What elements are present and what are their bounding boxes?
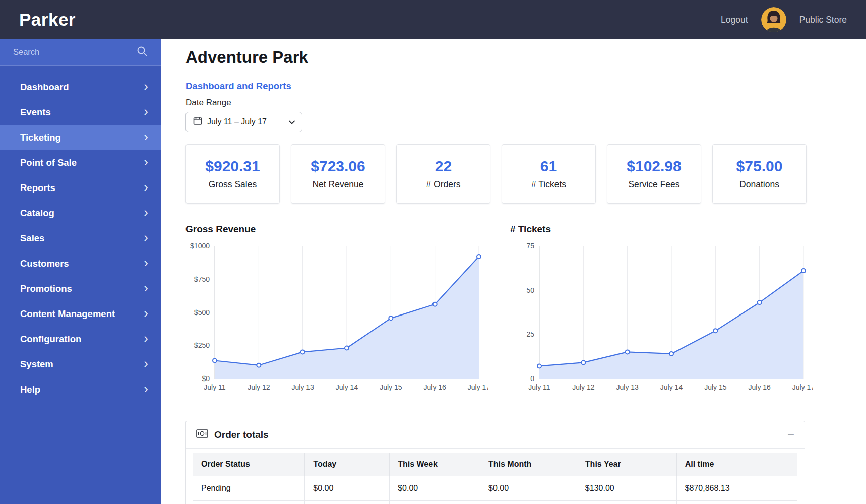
collapse-button[interactable]: − [787, 429, 794, 441]
gross-revenue-chart-block: Gross Revenue July 11July 12July 13July … [185, 224, 488, 401]
main-content: Adventure Park Dashboard and Reports Dat… [161, 39, 866, 504]
stat-value: $920.31 [205, 158, 260, 175]
chevron-right-icon: › [144, 281, 148, 294]
svg-text:25: 25 [526, 330, 534, 338]
col-order-status: Order Status [193, 453, 305, 476]
sidebar-item-label: Configuration [20, 334, 81, 345]
table-row-partial [193, 501, 797, 504]
table-row-pending: Pending $0.00 $0.00 $0.00 $130.00 $870,8… [193, 476, 797, 501]
search-input[interactable] [13, 47, 136, 57]
chart-title: # Tickets [510, 224, 813, 235]
svg-text:July 15: July 15 [704, 383, 727, 391]
stat-value: 61 [540, 158, 557, 175]
chevron-right-icon: › [144, 306, 148, 320]
public-store-link[interactable]: Public Store [799, 15, 847, 25]
chevron-right-icon: › [144, 130, 148, 143]
chevron-right-icon: › [144, 357, 148, 370]
sidebar-item-promotions[interactable]: Promotions› [0, 276, 161, 301]
user-avatar[interactable] [761, 7, 786, 32]
banknote-icon [196, 429, 208, 440]
sidebar-item-system[interactable]: System› [0, 352, 161, 377]
sidebar-item-point-of-sale[interactable]: Point of Sale› [0, 150, 161, 175]
cell-this-year: $130.00 [577, 476, 676, 501]
sidebar-item-label: Reports [20, 182, 55, 194]
sidebar-item-label: Point of Sale [20, 157, 77, 168]
svg-text:$250: $250 [194, 341, 210, 349]
app-logo[interactable]: Parker [19, 10, 76, 30]
sidebar-item-ticketing[interactable]: Ticketing› [0, 125, 161, 150]
chevron-right-icon: › [144, 80, 148, 93]
stat-value: $102.98 [627, 158, 681, 175]
stat-label: Net Revenue [312, 179, 363, 190]
topbar-right: Logout Public Store [721, 7, 847, 32]
chevron-right-icon: › [144, 256, 148, 269]
svg-text:July 17: July 17 [792, 383, 813, 391]
stat-card-gross-sales: $920.31 Gross Sales [185, 144, 280, 204]
layout: Dashboard› Events› Ticketing› Point of S… [0, 39, 866, 504]
svg-text:75: 75 [526, 242, 534, 250]
sidebar-item-label: Promotions [20, 283, 72, 294]
stat-label: # Orders [426, 179, 460, 190]
sidebar-item-help[interactable]: Help› [0, 377, 161, 402]
order-totals-title: Order totals [214, 429, 269, 440]
sidebar-item-configuration[interactable]: Configuration› [0, 327, 161, 352]
svg-text:July 11: July 11 [528, 383, 550, 391]
svg-text:$750: $750 [194, 275, 210, 283]
tickets-chart: July 11July 12July 13July 14July 15July … [510, 240, 813, 399]
date-range-select[interactable]: July 11 – July 17 [185, 112, 302, 132]
svg-text:July 15: July 15 [380, 383, 402, 391]
logout-link[interactable]: Logout [721, 15, 748, 25]
sidebar-item-label: Help [20, 384, 40, 395]
cell-order-status: Pending [193, 476, 305, 501]
sidebar-item-label: System [20, 359, 53, 370]
stat-label: Service Fees [628, 179, 679, 190]
stat-card-net-revenue: $723.06 Net Revenue [291, 144, 385, 204]
sidebar-item-dashboard[interactable]: Dashboard› [0, 75, 161, 100]
sidebar-item-label: Sales [20, 233, 44, 244]
cell-this-week: $0.00 [390, 476, 480, 501]
sidebar-item-sales[interactable]: Sales› [0, 226, 161, 251]
sidebar-item-content-management[interactable]: Content Management› [0, 301, 161, 327]
calendar-icon [193, 116, 202, 128]
stat-label: Gross Sales [209, 179, 257, 190]
topbar: Parker Logout Public Store [0, 0, 866, 39]
svg-text:July 17: July 17 [468, 383, 488, 391]
avatar-image [761, 7, 786, 32]
sidebar-item-reports[interactable]: Reports› [0, 175, 161, 201]
col-this-year: This Year [577, 453, 676, 476]
chevron-right-icon: › [144, 332, 148, 345]
svg-text:July 14: July 14 [336, 383, 358, 391]
svg-text:July 16: July 16 [423, 383, 446, 391]
stat-label: Donations [739, 179, 779, 190]
sidebar-item-events[interactable]: Events› [0, 100, 161, 125]
stat-label: # Tickets [531, 179, 566, 190]
chevron-right-icon: › [144, 155, 148, 168]
col-today: Today [305, 453, 390, 476]
svg-text:July 16: July 16 [748, 383, 771, 391]
tickets-chart-block: # Tickets July 11July 12July 13July 14Ju… [510, 224, 813, 401]
cell-this-month: $0.00 [480, 476, 577, 501]
table-header-row: Order Status Today This Week This Month … [193, 453, 797, 476]
sidebar-item-catalog[interactable]: Catalog› [0, 201, 161, 226]
stat-value: 22 [435, 158, 452, 175]
sidebar-nav: Dashboard› Events› Ticketing› Point of S… [0, 66, 161, 402]
svg-text:July 12: July 12 [572, 383, 595, 391]
sidebar-item-label: Catalog [20, 208, 54, 219]
stat-card-service-fees: $102.98 Service Fees [607, 144, 701, 204]
chart-title: Gross Revenue [185, 224, 488, 235]
stat-card-donations: $75.00 Donations [712, 144, 807, 204]
stat-value: $75.00 [736, 158, 783, 175]
svg-text:0: 0 [530, 374, 534, 383]
sidebar-item-customers[interactable]: Customers› [0, 251, 161, 276]
cell-all-time: $870,868.13 [676, 476, 797, 501]
svg-text:$0: $0 [202, 374, 210, 383]
order-totals-table: Order Status Today This Week This Month … [193, 453, 797, 504]
gross-revenue-chart: July 11July 12July 13July 14July 15July … [185, 240, 488, 399]
order-totals-panel: Order totals − Order Status Today This W… [185, 421, 805, 504]
sidebar: Dashboard› Events› Ticketing› Point of S… [0, 39, 161, 504]
chevron-right-icon: › [144, 180, 148, 194]
breadcrumb-link[interactable]: Dashboard and Reports [185, 81, 291, 92]
chevron-right-icon: › [144, 206, 148, 219]
chevron-right-icon: › [144, 382, 148, 395]
search-icon[interactable] [136, 45, 148, 59]
